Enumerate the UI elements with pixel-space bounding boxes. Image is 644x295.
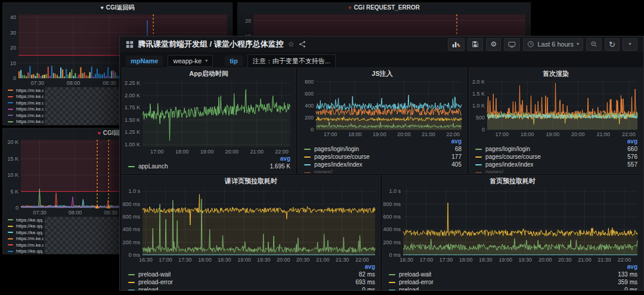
legend-item[interactable]: pages/course/course576	[475, 153, 637, 161]
series-color-dash	[128, 274, 135, 275]
series-label: preload	[399, 287, 419, 290]
series-color-dash	[475, 156, 482, 158]
chart[interactable]: 1.0 s800 ms600 ms400 ms200 ms0 ms16:3017…	[383, 186, 642, 263]
refresh-interval-dropdown[interactable]: ▾	[623, 38, 637, 51]
panel-title: ♥CGI REQUEST_ERROR	[238, 3, 530, 12]
series-avg-value: 1.695 K	[265, 163, 290, 170]
chevron-down-icon: ▾	[577, 42, 579, 47]
series-color-dash	[8, 238, 13, 239]
legend-item[interactable]: pages/course/course177	[304, 153, 462, 161]
series-color-dash	[304, 149, 311, 150]
svg-text:21:00: 21:00	[597, 131, 611, 137]
svg-text:21:00: 21:00	[422, 131, 435, 137]
svg-text:08:30: 08:30	[104, 210, 118, 216]
series-avg-value: 0 ms	[620, 287, 637, 290]
series-label: pages/course/course	[485, 153, 541, 160]
svg-text:20:30: 20:30	[296, 257, 310, 263]
alert-heart-icon: ♥	[348, 5, 351, 11]
panel-app-launch-time: App启动时间 2.25 K2.00 K1.75 K1.50 K1.25 K1.…	[122, 67, 296, 174]
panel-title[interactable]: App启动时间	[122, 68, 295, 78]
legend-item[interactable]: appLaunch1.695 K	[128, 162, 290, 170]
share-icon[interactable]	[299, 41, 306, 48]
series-label: pages/index/index	[314, 161, 363, 168]
dashboard-title[interactable]: 腾讯课堂前端开发组 / 课堂小程序总体监控	[138, 39, 284, 50]
save-dashboard-button[interactable]	[467, 38, 483, 51]
svg-text:600 ms: 600 ms	[122, 214, 140, 220]
chart-svg: 2.0 K1.5 K1.0 K500017:0018:0019:0020:002…	[469, 78, 642, 137]
svg-text:18:30: 18:30	[479, 257, 493, 263]
variable-mpname-select[interactable]: weapp-ke ▾	[168, 55, 213, 67]
chevron-down-icon: ▾	[628, 42, 631, 47]
svg-text:19:00: 19:00	[373, 131, 386, 137]
svg-text:19:00: 19:00	[200, 149, 214, 155]
legend: avgpages/login/login68pages/course/cours…	[304, 137, 462, 173]
legend-item[interactable]: pages/……	[475, 168, 637, 173]
svg-text:17:00: 17:00	[159, 257, 172, 263]
series-avg-value: 177	[447, 153, 462, 160]
zoom-out-button[interactable]	[586, 38, 602, 51]
series-avg-value: 576	[623, 153, 637, 160]
series-avg-value: 0 ms	[357, 287, 375, 290]
toolbar: ⚙ Last 6 hours ▾ ↻ ▾	[448, 38, 637, 51]
tv-mode-button[interactable]	[504, 38, 520, 51]
svg-text:17:30: 17:30	[178, 257, 192, 263]
panel-title[interactable]: 首页预拉取耗时	[383, 176, 642, 186]
series-label: preload-error	[138, 279, 173, 285]
svg-text:200 ms: 200 ms	[383, 239, 401, 245]
svg-text:20:00: 20:00	[571, 131, 585, 137]
series-color-dash	[475, 164, 482, 165]
legend-item[interactable]: preload-wait82 ms	[128, 271, 375, 278]
legend-item[interactable]: preload0 ms	[389, 286, 637, 290]
dashboard-grid-icon[interactable]	[126, 41, 134, 48]
panel-title[interactable]: 课详页预拉取耗时	[122, 176, 380, 186]
svg-text:21:00: 21:00	[578, 257, 592, 263]
series-label: https://m.ke.qq.com/	[16, 100, 44, 106]
legend: avgpreload-wait82 mspreload-error693 msp…	[128, 263, 375, 290]
svg-text:21:00: 21:00	[316, 257, 330, 263]
chart[interactable]: 2.25 K2.00 K1.75 K1.50 K1.25 K1.00 K17:0…	[122, 78, 295, 155]
series-label: pages/index/index	[485, 161, 534, 168]
series-label: https://m.ke.qq.com/	[16, 113, 44, 118]
variable-tip-value[interactable]: 注意：由于变量不支持告...	[247, 54, 336, 68]
svg-text:19:00: 19:00	[546, 131, 560, 137]
legend-item[interactable]: preload0 ms	[128, 286, 375, 290]
svg-text:20:00: 20:00	[397, 131, 411, 137]
series-color-dash	[304, 156, 311, 158]
series-label: https://m.ke.qq.com/	[16, 88, 44, 93]
svg-text:800 ms: 800 ms	[383, 201, 401, 207]
series-avg-value: 68	[450, 146, 462, 152]
legend-item[interactable]: pages/index/index557	[475, 161, 637, 168]
legend-item[interactable]: preload-wait133 ms	[389, 271, 637, 278]
legend-item[interactable]: preload-error693 ms	[128, 278, 375, 286]
panel-title[interactable]: JS注入	[298, 68, 466, 78]
series-label: https://m.ke.qq.com/	[16, 119, 44, 124]
svg-text:1.5 K: 1.5 K	[472, 91, 485, 97]
legend-item[interactable]: pages/login/login68	[304, 145, 462, 153]
add-panel-button[interactable]	[448, 38, 465, 51]
legend-item[interactable]: preload-error359 ms	[389, 278, 637, 286]
svg-text:40: 40	[10, 14, 16, 20]
chart[interactable]: 1.0 s800 ms600 ms400 ms200 ms0 ms16:3017…	[122, 186, 380, 263]
series-color-dash	[8, 232, 13, 233]
series-label: pages/…	[314, 169, 338, 173]
refresh-button[interactable]: ↻	[605, 38, 620, 51]
legend-item[interactable]: pages/login/login660	[475, 145, 637, 153]
legend-item[interactable]: pages/……	[304, 168, 462, 173]
svg-text:0: 0	[482, 127, 485, 133]
legend-item[interactable]: pages/index/index405	[304, 161, 462, 168]
series-avg-value: 359 ms	[613, 279, 637, 285]
time-range-picker[interactable]: Last 6 hours ▾	[523, 38, 583, 51]
svg-text:10 K: 10 K	[7, 172, 18, 178]
star-icon[interactable]: ☆	[288, 41, 295, 48]
series-avg-value: 405	[447, 161, 462, 168]
legend: avgpreload-wait133 mspreload-error359 ms…	[389, 263, 637, 290]
series-label: https://m.ke.qq.com/	[16, 94, 44, 99]
series-label: pages/course/course	[314, 153, 370, 160]
panel-title[interactable]: 首次渲染	[469, 68, 642, 78]
svg-text:17:00: 17:00	[150, 149, 164, 155]
svg-text:0: 0	[16, 205, 18, 211]
dashboard-settings-button[interactable]: ⚙	[486, 38, 501, 51]
series-label: preload	[138, 287, 158, 290]
chart[interactable]: 800600400200017:0018:0019:0020:0021:0022…	[298, 78, 466, 137]
chart[interactable]: 2.0 K1.5 K1.0 K500017:0018:0019:0020:002…	[469, 78, 642, 137]
